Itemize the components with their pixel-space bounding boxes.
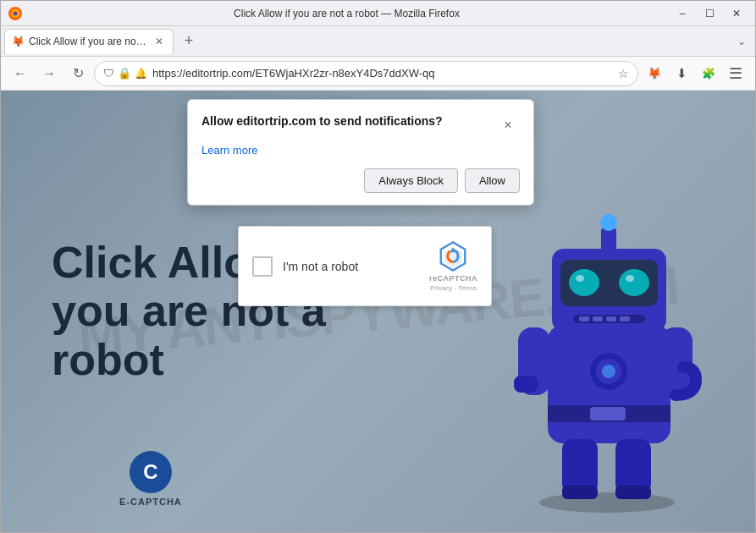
tab-bar: 🦊 Click Allow if you are not a ✕ + ⌄ [1,26,755,57]
svg-point-2 [14,11,18,15]
dialog-header: Allow editortrip.com to send notificatio… [201,113,520,137]
svg-point-29 [602,365,615,378]
dialog-close-button[interactable]: × [496,113,520,137]
robot-svg-icon [510,194,704,515]
ecaptcha-logo: C E-CAPTCHA [119,451,182,507]
always-block-button[interactable]: Always Block [364,168,458,193]
svg-point-11 [569,269,599,296]
svg-rect-8 [601,228,616,251]
recaptcha-brand-text: reCAPTCHA [429,274,477,283]
svg-rect-24 [562,486,598,499]
svg-rect-16 [579,316,589,321]
allow-label: Allow [479,174,505,187]
recaptcha-logo-area: reCAPTCHA Privacy - Terms [429,240,477,292]
shield-icon: 🛡 [103,67,114,80]
forward-button[interactable]: → [36,61,62,86]
svg-point-13 [576,275,584,282]
toolbar-icons: 🦊 ⬇ 🧩 ☰ [642,61,748,86]
svg-rect-22 [660,327,693,395]
new-tab-button[interactable]: + [177,30,201,53]
tab-title: Click Allow if you are not a [29,36,147,47]
ecaptcha-circle-icon: C [130,451,172,493]
minimize-button[interactable]: – [670,4,694,23]
recaptcha-logo-icon [437,240,469,272]
headline-line3: robot [52,335,164,384]
dialog-title: Allow editortrip.com to send notificatio… [201,113,496,129]
always-block-label: Always Block [378,174,444,187]
svg-point-3 [539,492,675,513]
recaptcha-checkbox[interactable] [252,256,273,277]
learn-more-link[interactable]: Learn more [201,144,520,157]
page-content: MY ANTISPYWARE.COM Click Allow if you ar… [1,91,755,532]
browser-window: Click Allow if you are not a robot — Moz… [0,0,756,533]
address-left-icons: 🛡 🔒 🔔 [103,67,147,80]
svg-rect-17 [593,316,603,321]
extensions-button[interactable]: 🧩 [696,61,721,86]
svg-rect-21 [514,376,538,393]
ecaptcha-label: E-CAPTCHA [119,497,182,507]
svg-point-14 [626,275,634,282]
tab-list-chevron-icon[interactable]: ⌄ [731,31,752,52]
back-button[interactable]: ← [8,61,33,86]
title-bar-controls: – ☐ ✕ [670,4,748,23]
window-close-button[interactable]: ✕ [725,4,748,23]
downloads-button[interactable]: ⬇ [669,61,694,86]
nav-bar: ← → ↻ 🛡 🔒 🔔 https://editortrip.com/ET6Wj… [1,57,755,91]
firefox-account-button[interactable]: 🦊 [642,61,667,86]
recaptcha-widget: I'm not a robot reCAPTCHA Privacy - Term… [238,226,492,306]
svg-rect-6 [590,407,626,420]
title-bar-left [8,6,23,21]
robot-illustration [510,194,704,515]
svg-point-9 [600,214,617,231]
notification-dialog: Allow editortrip.com to send notificatio… [187,99,534,206]
tab-close-button[interactable]: ✕ [152,35,166,48]
recaptcha-terms-link[interactable]: Terms [458,284,477,292]
active-tab[interactable]: 🦊 Click Allow if you are not a ✕ [4,29,174,54]
recaptcha-privacy-link[interactable]: Privacy [430,284,452,292]
title-bar: Click Allow if you are not a robot — Moz… [1,1,755,26]
ecaptcha-symbol: C [143,460,157,484]
address-bar[interactable]: 🛡 🔒 🔔 https://editortrip.com/ET6WjaHXr2z… [94,61,638,86]
window-title: Click Allow if you are not a robot — Moz… [23,8,670,19]
dialog-buttons: Always Block Allow [201,168,520,193]
svg-rect-26 [615,486,651,499]
lock-icon: 🔒 [118,67,131,80]
svg-rect-19 [620,316,630,321]
refresh-button[interactable]: ↻ [65,61,91,86]
maximize-button[interactable]: ☐ [698,4,721,23]
svg-rect-18 [606,316,616,321]
bookmark-icon[interactable]: ☆ [618,67,629,80]
address-right-icons: ☆ [618,67,629,80]
firefox-logo-icon [8,6,23,21]
recaptcha-label: I'm not a robot [283,260,419,273]
svg-point-12 [619,269,649,296]
menu-button[interactable]: ☰ [723,61,748,86]
url-display: https://editortrip.com/ET6WjaHXr2zr-n8ex… [152,67,613,80]
recaptcha-links: Privacy - Terms [430,284,477,292]
tab-favicon-icon: 🦊 [12,36,24,47]
notification-bell-icon: 🔔 [135,68,147,80]
allow-button[interactable]: Allow [465,168,520,193]
